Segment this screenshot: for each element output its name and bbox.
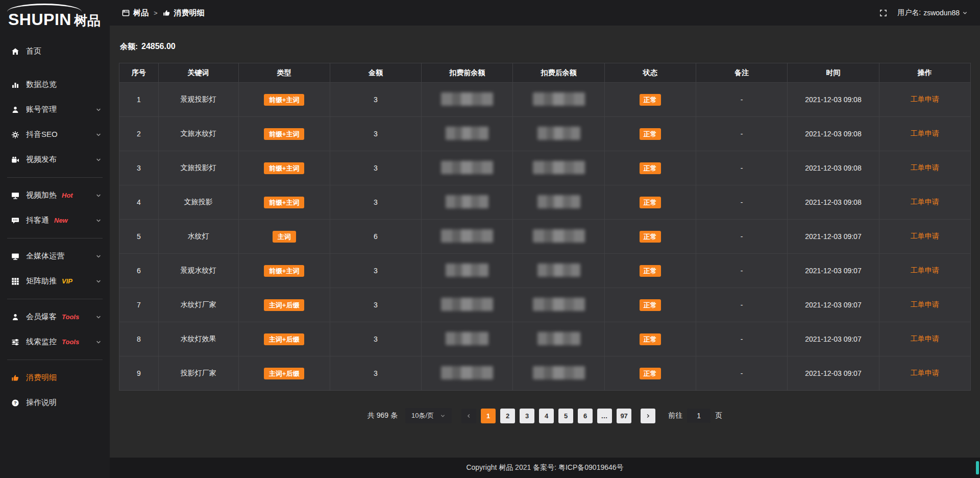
status-badge: 正常 bbox=[640, 128, 661, 140]
ticket-apply-link[interactable]: 工单申请 bbox=[911, 163, 939, 172]
cell-balance-before bbox=[422, 254, 513, 288]
ticket-apply-link[interactable]: 工单申请 bbox=[911, 95, 939, 103]
sidebar-item-label: 消费明细 bbox=[26, 373, 57, 383]
app-logo[interactable]: SHUPIN树品 bbox=[0, 0, 110, 32]
page-button-4[interactable]: 4 bbox=[539, 409, 554, 423]
col-header-time: 时间 bbox=[788, 63, 879, 83]
breadcrumb-item-current[interactable]: 消费明细 bbox=[163, 8, 205, 18]
cell-time: 2021-12-03 09:07 bbox=[788, 254, 879, 288]
ticket-apply-link[interactable]: 工单申请 bbox=[911, 300, 939, 308]
page-button-1[interactable]: 1 bbox=[481, 409, 496, 423]
cell-balance-before bbox=[422, 185, 513, 220]
page-button-2[interactable]: 2 bbox=[500, 409, 515, 423]
redacted-value bbox=[533, 366, 585, 379]
sidebar-item-matrix-boost[interactable]: 矩阵助推VIP bbox=[0, 269, 110, 294]
ticket-apply-link[interactable]: 工单申请 bbox=[911, 369, 939, 377]
chevron-down-icon bbox=[95, 193, 102, 199]
ticket-apply-link[interactable]: 工单申请 bbox=[911, 198, 939, 206]
sidebar-item-member-burst[interactable]: 会员爆客Tools bbox=[0, 304, 110, 329]
col-header-action: 操作 bbox=[879, 63, 970, 83]
col-header-index: 序号 bbox=[119, 63, 159, 83]
cell-status: 正常 bbox=[604, 117, 696, 151]
cell-amount: 3 bbox=[330, 288, 421, 322]
balance-value: 24856.00 bbox=[141, 42, 176, 51]
cell-index: 3 bbox=[119, 151, 159, 185]
content-column: 树品 > 消费明细 用户名: zswodun88 余额:24856.00 bbox=[110, 0, 980, 478]
sidebar-item-video-heat[interactable]: 视频加热Hot bbox=[0, 183, 110, 208]
cell-remark: - bbox=[696, 151, 787, 185]
breadcrumb-item-home[interactable]: 树品 bbox=[122, 8, 149, 18]
sidebar-item-badge: VIP bbox=[62, 277, 72, 285]
ticket-apply-link[interactable]: 工单申请 bbox=[911, 232, 939, 240]
prev-page-button[interactable] bbox=[461, 409, 476, 423]
ticket-apply-link[interactable]: 工单申请 bbox=[911, 266, 939, 274]
monitor-icon bbox=[11, 252, 19, 260]
redacted-value bbox=[441, 298, 493, 311]
next-page-button[interactable] bbox=[641, 409, 655, 423]
cell-amount: 3 bbox=[330, 83, 421, 117]
cell-amount: 6 bbox=[330, 220, 421, 254]
cell-remark: - bbox=[696, 220, 787, 254]
page-button-3[interactable]: 3 bbox=[520, 409, 534, 423]
logo-text-cn: 树品 bbox=[74, 13, 101, 28]
page-size-select[interactable]: 10条/页 bbox=[405, 408, 452, 423]
fullscreen-icon[interactable] bbox=[879, 9, 887, 17]
goto-page-input[interactable] bbox=[687, 409, 710, 423]
type-badge: 前缀+主词 bbox=[264, 128, 305, 140]
ticket-apply-link[interactable]: 工单申请 bbox=[911, 334, 939, 343]
sidebar-item-account-manage[interactable]: 账号管理 bbox=[0, 97, 110, 122]
page-button-97[interactable]: 97 bbox=[617, 409, 631, 423]
cell-time: 2021-12-03 09:07 bbox=[788, 220, 879, 254]
cell-keyword: 水纹灯 bbox=[158, 220, 238, 254]
sidebar-item-leads-monitor[interactable]: 线索监控Tools bbox=[0, 329, 110, 354]
page-button-6[interactable]: 6 bbox=[578, 409, 593, 423]
cell-type: 主词+后缀 bbox=[238, 322, 330, 356]
status-badge: 正常 bbox=[640, 162, 661, 174]
status-badge: 正常 bbox=[640, 368, 661, 379]
cell-keyword: 文旅水纹灯 bbox=[158, 117, 238, 151]
table-row: 8水纹灯效果主词+后缀3正常-2021-12-03 09:07工单申请 bbox=[119, 322, 971, 356]
footer: Copyright 树品 2021 备案号: 粤ICP备09019646号 bbox=[110, 458, 980, 478]
table-header-row: 序号 关键词 类型 金额 扣费前余额 扣费后余额 状态 备注 时间 操作 bbox=[119, 63, 971, 83]
sidebar: SHUPIN树品 首页数据总览账号管理抖音SEO视频发布视频加热Hot抖客通Ne… bbox=[0, 0, 110, 478]
cell-balance-before bbox=[422, 356, 513, 391]
cell-time: 2021-12-03 09:08 bbox=[788, 117, 879, 151]
sidebar-item-label: 抖客通 bbox=[26, 216, 49, 225]
sidebar-item-home[interactable]: 首页 bbox=[0, 39, 110, 64]
member-icon bbox=[11, 313, 19, 321]
user-menu[interactable]: 用户名: zswodun88 bbox=[897, 8, 968, 17]
video-camera-icon bbox=[11, 156, 19, 164]
scrollbar-marker[interactable] bbox=[976, 461, 979, 474]
cell-amount: 3 bbox=[330, 185, 421, 220]
cell-type: 前缀+主词 bbox=[238, 83, 330, 117]
sidebar-item-data-overview[interactable]: 数据总览 bbox=[0, 72, 110, 97]
sidebar-item-douketong[interactable]: 抖客通New bbox=[0, 208, 110, 233]
topbar: 树品 > 消费明细 用户名: zswodun88 bbox=[110, 0, 980, 26]
cell-amount: 3 bbox=[330, 322, 421, 356]
sidebar-item-video-publish[interactable]: 视频发布 bbox=[0, 147, 110, 172]
col-header-balance-before: 扣费前余额 bbox=[422, 63, 513, 83]
page-button-group: 123456…97 bbox=[481, 409, 636, 423]
redacted-value bbox=[537, 127, 580, 140]
page-button-5[interactable]: 5 bbox=[558, 409, 573, 423]
cell-status: 正常 bbox=[604, 151, 696, 185]
ticket-apply-link[interactable]: 工单申请 bbox=[911, 129, 939, 137]
sidebar-item-label: 全媒体运营 bbox=[26, 251, 64, 261]
page-ellipsis-button[interactable]: … bbox=[597, 409, 612, 423]
cell-remark: - bbox=[696, 322, 787, 356]
cell-balance-after bbox=[513, 117, 604, 151]
copyright-text: Copyright 树品 2021 备案号: 粤ICP备09019646号 bbox=[466, 463, 623, 472]
cell-index: 5 bbox=[119, 220, 159, 254]
consume-icon bbox=[11, 374, 19, 382]
balance: 余额:24856.00 bbox=[120, 42, 971, 52]
cell-time: 2021-12-03 09:08 bbox=[788, 185, 879, 220]
sidebar-item-media-operation[interactable]: 全媒体运营 bbox=[0, 244, 110, 269]
cell-keyword: 文旅投影灯 bbox=[158, 151, 238, 185]
cell-time: 2021-12-03 09:08 bbox=[788, 151, 879, 185]
cell-type: 前缀+主词 bbox=[238, 254, 330, 288]
cell-type: 前缀+主词 bbox=[238, 185, 330, 220]
sidebar-item-operation-guide[interactable]: ?操作说明 bbox=[0, 390, 110, 415]
sidebar-item-douyin-seo[interactable]: 抖音SEO bbox=[0, 122, 110, 147]
table-row: 5水纹灯主词6正常-2021-12-03 09:07工单申请 bbox=[119, 220, 971, 254]
sidebar-item-consume-detail[interactable]: 消费明细 bbox=[0, 365, 110, 390]
